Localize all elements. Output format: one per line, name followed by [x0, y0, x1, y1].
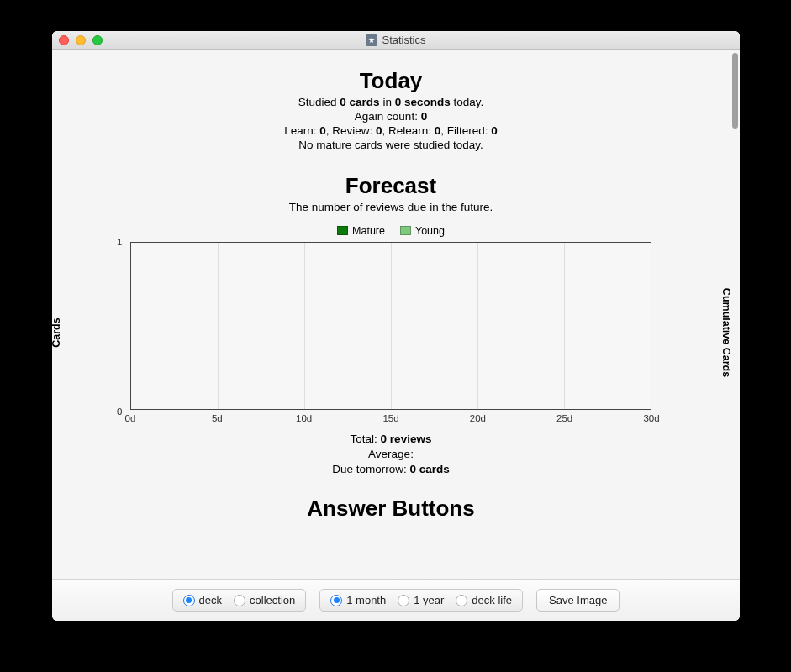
window-title: Statistics — [382, 34, 425, 46]
statistics-window: ★ Statistics Today Studied 0 cards in 0 … — [52, 31, 740, 621]
radio-dot-icon — [456, 595, 467, 606]
xtick-6: 30d — [643, 413, 659, 423]
xtick-2: 10d — [296, 413, 312, 423]
radio-decklife-label: deck life — [472, 594, 512, 606]
radio-dot-icon — [398, 595, 409, 606]
today-heading: Today — [52, 68, 730, 94]
forecast-section: Forecast The number of reviews due in th… — [52, 173, 730, 478]
zoom-icon[interactable] — [92, 35, 103, 45]
swatch-young-icon — [400, 226, 411, 235]
xtick-1: 5d — [212, 413, 223, 423]
filtered-value: 0 — [491, 124, 498, 137]
ytick-0: 0 — [117, 407, 122, 417]
today-summary: Studied 0 cards in 0 seconds today. Agai… — [52, 96, 730, 153]
due-value: 0 cards — [409, 463, 449, 475]
radio-dot-icon — [234, 595, 245, 606]
chart-legend: Mature Young — [52, 225, 730, 237]
y-axis-left: Cards — [52, 240, 82, 425]
radio-dot-icon — [183, 595, 195, 606]
radio-decklife[interactable]: deck life — [456, 594, 512, 606]
minimize-icon[interactable] — [76, 35, 86, 45]
xtick-5: 25d — [556, 413, 572, 423]
review-label: , Review: — [326, 124, 376, 137]
today-cards-count: 0 cards — [340, 96, 379, 108]
swatch-mature-icon — [337, 226, 348, 235]
range-segment: 1 month 1 year deck life — [319, 589, 523, 612]
due-label: Due tomorrow: — [332, 463, 409, 475]
radio-1year-label: 1 year — [414, 594, 444, 606]
total-label: Total: — [351, 433, 381, 445]
today-line1-pre: Studied — [298, 96, 340, 108]
radio-collection-label: collection — [250, 594, 295, 606]
ytick-1: 1 — [117, 237, 122, 247]
average-label: Average: — [368, 448, 414, 460]
learn-value: 0 — [319, 124, 326, 137]
forecast-subtitle: The number of reviews due in the future. — [52, 201, 730, 213]
total-value: 0 reviews — [381, 433, 432, 445]
forecast-heading: Forecast — [52, 173, 730, 199]
xtick-0: 0d — [125, 413, 136, 423]
plot-area — [130, 242, 651, 410]
radio-deck-label: deck — [199, 594, 222, 606]
legend-young: Young — [400, 225, 445, 237]
answer-buttons-section: Answer Buttons — [52, 496, 730, 522]
radio-deck[interactable]: deck — [183, 594, 222, 606]
x-axis-ticks: 0d 5d 10d 15d 20d 25d 30d — [130, 413, 651, 427]
today-time: 0 seconds — [395, 96, 451, 108]
window-controls — [52, 35, 103, 45]
forecast-chart: Cards Cumulative Cards 1 0 0d 5d — [88, 240, 693, 425]
again-label: Again count: — [355, 110, 421, 123]
today-line1-mid: in — [380, 96, 395, 108]
scope-segment: deck collection — [172, 589, 307, 612]
forecast-stats: Total: 0 reviews Average: Due tomorrow: … — [52, 432, 730, 478]
again-value: 0 — [421, 110, 428, 123]
mature-line: No mature cards were studied today. — [52, 139, 730, 153]
legend-mature: Mature — [337, 225, 385, 237]
radio-1year[interactable]: 1 year — [398, 594, 444, 606]
radio-1month[interactable]: 1 month — [330, 594, 386, 606]
close-icon[interactable] — [59, 35, 69, 45]
y-axis-right: Cumulative Cards — [697, 240, 730, 425]
radio-dot-icon — [330, 595, 342, 606]
content-area: Today Studied 0 cards in 0 seconds today… — [52, 50, 740, 579]
titlebar: ★ Statistics — [52, 31, 740, 50]
legend-young-label: Young — [415, 225, 445, 237]
review-value: 0 — [376, 124, 382, 137]
xtick-4: 20d — [470, 413, 486, 423]
save-image-button[interactable]: Save Image — [536, 589, 620, 612]
scroll-content: Today Studied 0 cards in 0 seconds today… — [52, 50, 730, 579]
radio-1month-label: 1 month — [346, 594, 386, 606]
answer-heading: Answer Buttons — [52, 496, 730, 522]
footer-bar: deck collection 1 month 1 year deck life… — [52, 579, 740, 621]
xtick-3: 15d — [382, 413, 398, 423]
relearn-label: , Relearn: — [382, 124, 435, 137]
filtered-label: , Filtered: — [440, 124, 491, 137]
app-icon: ★ — [366, 34, 377, 46]
learn-label: Learn: — [284, 124, 319, 137]
radio-collection[interactable]: collection — [234, 594, 295, 606]
legend-mature-label: Mature — [352, 225, 385, 237]
today-section: Today Studied 0 cards in 0 seconds today… — [52, 68, 730, 153]
scrollbar-thumb[interactable] — [732, 53, 738, 129]
today-line1-post: today. — [451, 96, 484, 108]
